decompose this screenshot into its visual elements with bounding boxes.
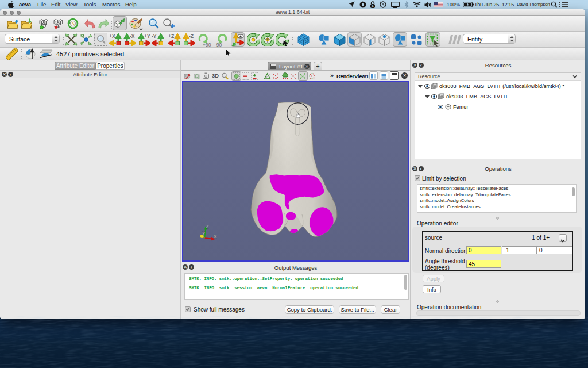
- svg-text:-90: -90: [215, 42, 222, 47]
- svg-text:Z: Z: [206, 224, 209, 229]
- svg-text:+Z: +Z: [168, 33, 174, 39]
- svg-text:-Z: -Z: [189, 33, 194, 39]
- svg-text:-X: -X: [130, 33, 135, 39]
- svg-text:+Y: +Y: [144, 33, 150, 39]
- svg-text:+X: +X: [109, 33, 115, 39]
- svg-text:-Y: -Y: [152, 33, 157, 39]
- svg-text:+90: +90: [203, 42, 211, 47]
- svg-text:X: X: [214, 234, 217, 239]
- svg-text:Y: Y: [202, 231, 206, 236]
- svg-text:A: A: [372, 4, 374, 7]
